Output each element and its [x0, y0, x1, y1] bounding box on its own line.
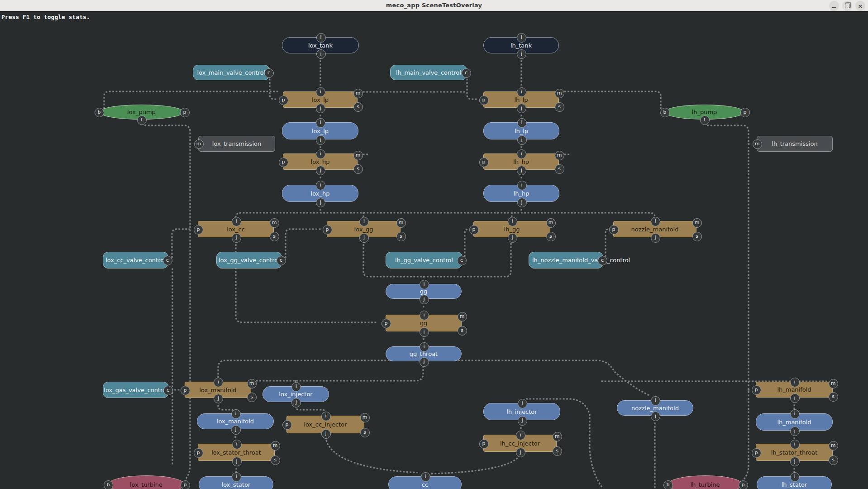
node-lox_cc[interactable]: lox_ccpimjs	[198, 221, 274, 237]
port-i[interactable]: i	[420, 311, 429, 320]
node-lh_pump[interactable]: lh_pumpbpt	[664, 105, 744, 120]
port-p[interactable]: p	[739, 480, 748, 489]
port-m[interactable]: m	[553, 432, 562, 441]
port-i[interactable]: i	[517, 33, 526, 43]
port-i[interactable]: i	[420, 280, 429, 289]
port-i[interactable]: i	[517, 181, 527, 190]
port-p[interactable]: p	[752, 448, 761, 458]
port-j[interactable]: j	[516, 448, 525, 457]
port-p[interactable]: p	[180, 108, 190, 117]
port-p[interactable]: p	[479, 158, 489, 167]
port-j[interactable]: j	[420, 327, 429, 337]
node-lh_nozzle_manifold_valve_control[interactable]: lh_nozzle_manifold_valve_controlc	[529, 252, 603, 268]
port-p[interactable]: p	[181, 386, 190, 395]
port-j[interactable]: j	[316, 166, 325, 175]
port-i[interactable]: i	[316, 181, 325, 190]
port-m[interactable]: m	[194, 139, 204, 149]
port-j[interactable]: j	[517, 198, 527, 207]
port-t[interactable]: t	[137, 115, 147, 125]
port-j[interactable]: j	[517, 104, 526, 113]
port-j[interactable]: j	[651, 233, 660, 243]
port-m[interactable]: m	[353, 89, 363, 98]
port-i[interactable]: i	[232, 217, 241, 226]
node-lh_hp_pipe[interactable]: lh_hpij	[483, 185, 559, 202]
port-i[interactable]: i	[316, 33, 326, 43]
node-lh_stator_throat[interactable]: lh_stator_throatpimjs	[756, 444, 833, 461]
port-j[interactable]: j	[518, 416, 527, 426]
port-i[interactable]: i	[651, 396, 660, 406]
node-lh_lp_stage[interactable]: lh_lppimjs	[483, 91, 559, 108]
node-lh_stator[interactable]: lh_statori	[757, 476, 832, 489]
port-c[interactable]: c	[277, 256, 286, 265]
port-m[interactable]: m	[546, 218, 556, 228]
node-gg_stage[interactable]: ggpimjs	[386, 315, 462, 331]
port-j[interactable]: j	[232, 457, 242, 466]
node-lox_lp_pipe[interactable]: lox_lpij	[282, 122, 358, 139]
port-j[interactable]: j	[517, 49, 526, 59]
port-j[interactable]: j	[232, 233, 241, 243]
port-s[interactable]: s	[247, 393, 257, 402]
port-p[interactable]: p	[181, 480, 190, 489]
node-nozzle_manifold_stage[interactable]: nozzle_manifoldpimjs	[613, 221, 696, 237]
port-m[interactable]: m	[555, 151, 564, 160]
node-lh_cc_injector[interactable]: lh_cc_injectorpimjs	[483, 435, 557, 452]
port-m[interactable]: m	[270, 218, 279, 228]
port-i[interactable]: i	[420, 342, 429, 352]
port-p[interactable]: p	[279, 158, 288, 167]
port-j[interactable]: j	[316, 104, 325, 113]
port-c[interactable]: c	[163, 256, 172, 265]
port-i[interactable]: i	[291, 382, 301, 392]
node-lh_turbine[interactable]: lh_turbinebp	[668, 475, 743, 489]
port-j[interactable]: j	[291, 398, 301, 408]
port-m[interactable]: m	[829, 441, 838, 451]
port-i[interactable]: i	[790, 378, 800, 387]
port-i[interactable]: i	[790, 440, 800, 449]
port-i[interactable]: i	[790, 409, 800, 419]
port-m[interactable]: m	[271, 441, 280, 451]
port-s[interactable]: s	[360, 428, 370, 437]
port-j[interactable]: j	[790, 393, 800, 403]
port-j[interactable]: j	[508, 233, 517, 243]
node-nozzle_manifold_pipe[interactable]: nozzle_manifoldij	[617, 400, 693, 416]
node-lox_tank[interactable]: lox_tankij	[282, 37, 359, 53]
port-i[interactable]: i	[517, 87, 526, 97]
port-i[interactable]: i	[316, 118, 325, 128]
port-b[interactable]: b	[104, 480, 113, 489]
port-m[interactable]: m	[360, 413, 370, 422]
port-b[interactable]: b	[663, 480, 673, 489]
node-lox_turbine[interactable]: lox_turbinebp	[108, 475, 185, 489]
port-p[interactable]: p	[469, 225, 479, 235]
port-c[interactable]: c	[457, 256, 467, 265]
port-s[interactable]: s	[829, 392, 838, 402]
port-i[interactable]: i	[517, 118, 527, 128]
port-j[interactable]: j	[316, 135, 325, 145]
port-p[interactable]: p	[194, 225, 203, 235]
graph-canvas[interactable]: lox_tankijlh_tankijlox_main_valve_contro…	[0, 0, 868, 489]
port-m[interactable]: m	[555, 89, 564, 98]
node-lox_gg[interactable]: lox_ggpimjs	[327, 221, 401, 237]
node-lh_tank[interactable]: lh_tankij	[483, 37, 559, 53]
port-i[interactable]: i	[421, 472, 430, 482]
port-p[interactable]: p	[479, 439, 489, 449]
port-s[interactable]: s	[555, 164, 564, 174]
node-lox_lp_stage[interactable]: lox_lppimjs	[283, 91, 358, 108]
node-gg_pipe[interactable]: ggij	[386, 284, 462, 299]
port-i[interactable]: i	[316, 87, 325, 97]
port-i[interactable]: i	[232, 472, 241, 482]
node-lox_manifold_stage[interactable]: lox_manifoldpimjs	[185, 382, 251, 398]
port-j[interactable]: j	[359, 233, 369, 243]
port-s[interactable]: s	[271, 455, 280, 465]
port-t[interactable]: t	[700, 115, 710, 125]
port-m[interactable]: m	[247, 379, 257, 388]
port-i[interactable]: i	[359, 217, 369, 226]
port-j[interactable]: j	[790, 427, 800, 436]
minimize-button[interactable]	[829, 1, 839, 11]
node-lox_hp_stage[interactable]: lox_hppimjs	[283, 153, 358, 170]
port-p[interactable]: p	[194, 448, 203, 458]
port-i[interactable]: i	[508, 217, 517, 226]
port-i[interactable]: i	[316, 149, 325, 159]
port-i[interactable]: i	[232, 440, 242, 449]
port-s[interactable]: s	[396, 232, 406, 241]
node-lox_transmission[interactable]: lox_transmissionm	[198, 136, 275, 152]
port-i[interactable]: i	[651, 217, 660, 226]
